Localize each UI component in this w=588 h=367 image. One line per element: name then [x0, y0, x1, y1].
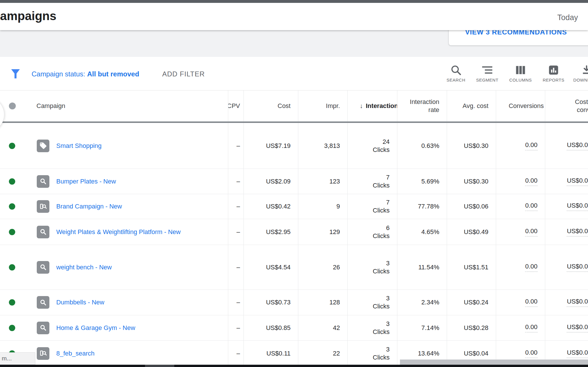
- search-campaign-icon: [39, 263, 47, 271]
- status-enabled-dot[interactable]: [9, 203, 15, 210]
- status-enabled-dot[interactable]: [9, 143, 15, 149]
- interactions-count: 24: [383, 138, 390, 146]
- campaign-type-icon: [37, 140, 49, 152]
- filter-label: Campaign status:: [32, 70, 85, 78]
- table-header-row: Campaign CPV Cost Impr. ↓ Interactions I…: [0, 90, 588, 123]
- campaign-link[interactable]: Weight Plates & Weightlifting Platform -…: [56, 228, 181, 236]
- avg-cost-column-header[interactable]: Avg. cost: [447, 90, 496, 121]
- reports-tool-button[interactable]: REPORTS: [538, 64, 569, 82]
- table-row[interactable]: Bumper Plates - New – US$2.09 123 7 Clic…: [0, 169, 588, 194]
- cost-per-conv-column-header[interactable]: Cost / conv.: [545, 90, 588, 121]
- conversions-cell[interactable]: 0.00: [496, 315, 545, 340]
- conversions-cell[interactable]: 0.00: [496, 194, 545, 219]
- impressions-cell: 42: [298, 315, 347, 340]
- segment-tool-button[interactable]: SEGMENT: [471, 64, 503, 82]
- campaign-link[interactable]: weight bench - New: [56, 264, 112, 271]
- conversions-column-header[interactable]: Conversions: [496, 90, 545, 121]
- campaign-column-header[interactable]: Campaign: [0, 90, 228, 121]
- cost-per-conv-cell[interactable]: US$0.00: [545, 245, 588, 289]
- avg-cost-cell: US$0.28: [447, 315, 496, 340]
- impressions-cell: 26: [298, 245, 347, 289]
- avg-cost-cell: US$0.06: [447, 194, 496, 219]
- search-icon: [440, 64, 472, 76]
- cost-per-conv-cell[interactable]: US$0.00: [545, 123, 588, 169]
- cost-per-conv-cell[interactable]: US$0.00: [545, 290, 588, 315]
- campaign-type-icon: [37, 226, 49, 238]
- campaign-link[interactable]: 8_feb_search: [56, 350, 94, 357]
- interaction-rate-cell: 11.54%: [397, 245, 447, 289]
- interactions-cell: 3 Clicks: [347, 290, 397, 315]
- horizontal-scrollbar-thumb[interactable]: [400, 360, 588, 365]
- table-row[interactable]: Smart Shopping – US$7.19 3,813 24 Clicks…: [0, 123, 588, 169]
- cost-per-conv-cell[interactable]: US$0.00: [545, 315, 588, 340]
- cpv-column-header[interactable]: CPV: [228, 90, 243, 121]
- conversions-cell[interactable]: 0.00: [496, 290, 545, 315]
- columns-tool-button[interactable]: COLUMNS: [505, 64, 536, 82]
- browser-status-tooltip: m...: [0, 352, 35, 365]
- cost-column-header[interactable]: Cost: [243, 90, 298, 121]
- interactions-unit: Clicks: [373, 267, 390, 275]
- status-enabled-dot[interactable]: [9, 299, 15, 306]
- cpv-cell: –: [228, 245, 243, 289]
- campaign-cell: Brand Campaign - New: [0, 194, 228, 219]
- conversions-cell[interactable]: 0.00: [496, 123, 545, 169]
- cost-cell: US$0.11: [243, 341, 298, 366]
- interactions-cell: 6 Clicks: [347, 219, 397, 245]
- campaign-type-icon: [37, 322, 49, 334]
- impressions-cell: 128: [298, 290, 347, 315]
- table-row[interactable]: Home & Garage Gym - New – US$0.85 42 3 C…: [0, 315, 588, 341]
- sort-desc-arrow-icon: ↓: [360, 102, 363, 110]
- status-enabled-dot[interactable]: [9, 229, 15, 235]
- campaign-link[interactable]: Dumbbells - New: [56, 299, 105, 306]
- interactions-column-header-sorted[interactable]: ↓ Interactions: [347, 90, 397, 121]
- conversions-cell[interactable]: 0.00: [496, 169, 545, 194]
- add-filter-button[interactable]: ADD FILTER: [162, 70, 205, 78]
- cpv-cell: –: [228, 123, 243, 169]
- table-row[interactable]: Dumbbells - New – US$0.73 128 3 Clicks 2…: [0, 290, 588, 315]
- table-row[interactable]: Weight Plates & Weightlifting Platform -…: [0, 219, 588, 245]
- campaign-type-icon: [37, 296, 49, 309]
- search-doc-campaign-icon: [39, 203, 47, 210]
- campaign-type-icon: [37, 200, 49, 213]
- campaign-link[interactable]: Brand Campaign - New: [56, 203, 122, 210]
- conversions-cell[interactable]: 0.00: [496, 245, 545, 289]
- cost-per-conv-cell[interactable]: US$0.00: [545, 219, 588, 245]
- status-enabled-dot[interactable]: [9, 178, 15, 185]
- impressions-cell: 123: [298, 169, 347, 194]
- date-range-selector[interactable]: Today: [557, 13, 578, 22]
- avg-cost-cell: US$0.30: [447, 169, 496, 194]
- cost-per-conv-cell[interactable]: US$0.00: [545, 194, 588, 219]
- interactions-unit: Clicks: [373, 302, 390, 310]
- impressions-cell: 129: [298, 219, 347, 245]
- window-top-strip: [0, 0, 588, 3]
- campaign-link[interactable]: Home & Garage Gym - New: [56, 324, 135, 332]
- cost-per-conv-cell[interactable]: US$0.00: [545, 169, 588, 194]
- download-tool-button[interactable]: DOWNLOAD: [571, 64, 588, 82]
- search-tool-button[interactable]: SEARCH: [440, 64, 472, 82]
- impressions-cell: 9: [298, 194, 347, 219]
- search-doc-campaign-icon: [39, 349, 47, 357]
- avg-cost-cell: US$0.49: [447, 219, 496, 245]
- table-body: Smart Shopping – US$7.19 3,813 24 Clicks…: [0, 123, 588, 366]
- conversions-cell[interactable]: 0.00: [496, 219, 545, 245]
- campaign-cell: Bumper Plates - New: [0, 169, 228, 194]
- campaign-link[interactable]: Bumper Plates - New: [56, 178, 116, 185]
- campaign-status-filter[interactable]: Campaign status: All but removed: [32, 70, 139, 78]
- status-column-header-dot: [9, 103, 16, 109]
- campaign-type-icon: [37, 261, 49, 274]
- campaign-cell: Smart Shopping: [0, 123, 228, 169]
- table-row[interactable]: weight bench - New – US$4.54 26 3 Clicks…: [0, 245, 588, 290]
- search-campaign-icon: [39, 324, 47, 332]
- status-enabled-dot[interactable]: [9, 264, 15, 271]
- cost-cell: US$0.73: [243, 290, 298, 315]
- table-row[interactable]: Brand Campaign - New – US$0.42 9 7 Click…: [0, 194, 588, 219]
- filter-toolbar: Campaign status: All but removed ADD FIL…: [0, 57, 588, 90]
- avg-cost-cell: US$0.30: [447, 123, 496, 169]
- status-enabled-dot[interactable]: [9, 325, 15, 331]
- interaction-rate-column-header[interactable]: Interaction rate: [397, 90, 447, 121]
- campaign-link[interactable]: Smart Shopping: [56, 142, 102, 150]
- cpv-cell: –: [228, 315, 243, 340]
- page-title: Campaigns: [0, 9, 56, 23]
- interactions-count: 6: [386, 224, 390, 232]
- impressions-column-header[interactable]: Impr.: [298, 90, 347, 121]
